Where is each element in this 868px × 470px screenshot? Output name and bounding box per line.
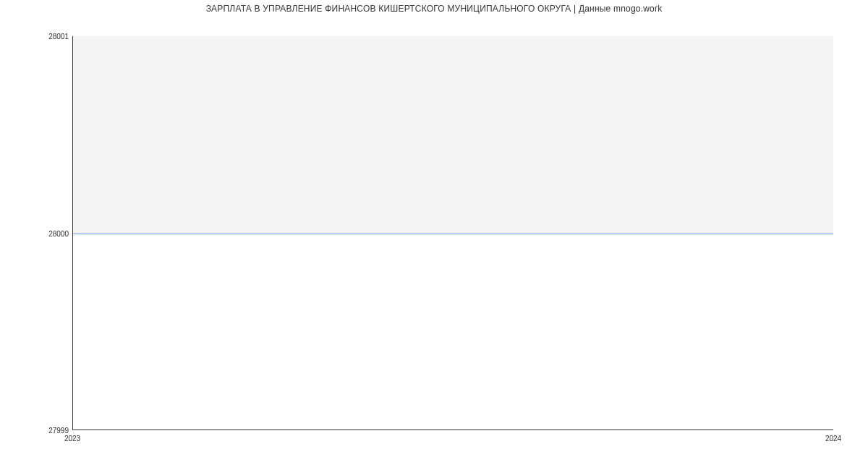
area-fill <box>73 36 833 234</box>
x-tick-label: 2024 <box>825 435 841 443</box>
data-line <box>73 234 833 234</box>
x-tick-label: 2023 <box>64 435 80 443</box>
plot-area <box>72 36 833 430</box>
chart-title: ЗАРПЛАТА В УПРАВЛЕНИЕ ФИНАНСОВ КИШЕРТСКО… <box>0 4 868 14</box>
chart-container: ЗАРПЛАТА В УПРАВЛЕНИЕ ФИНАНСОВ КИШЕРТСКО… <box>0 0 868 470</box>
y-tick-label: 27999 <box>4 427 69 435</box>
y-tick-label: 28001 <box>4 33 69 40</box>
y-tick-label: 28000 <box>4 229 69 237</box>
